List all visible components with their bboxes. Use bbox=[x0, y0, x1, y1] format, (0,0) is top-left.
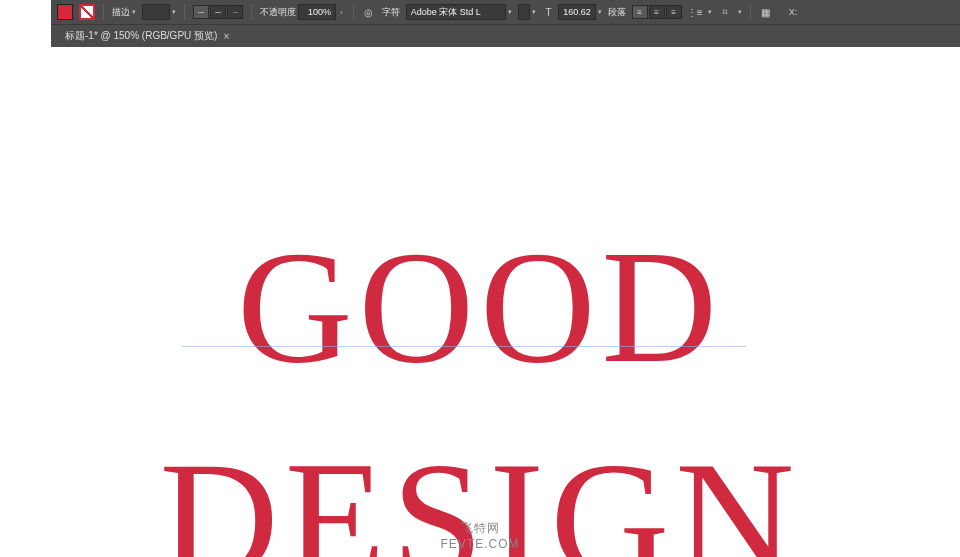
arrow-right-icon[interactable]: › bbox=[338, 8, 345, 17]
font-style-dropdown[interactable]: ▾ bbox=[518, 4, 536, 20]
bullets-icon[interactable]: ⋮≡ bbox=[688, 5, 702, 19]
watermark: 飞特网 FEVTE.COM bbox=[0, 520, 960, 551]
chevron-down-icon: ▾ bbox=[708, 8, 712, 16]
tab-row: 标题-1* @ 150% (RGB/GPU 预览) × bbox=[51, 25, 960, 47]
paragraph-control[interactable]: 段落 bbox=[608, 6, 626, 19]
effects-icon[interactable]: ◎ bbox=[362, 5, 376, 19]
artwork-text-line1[interactable]: GOOD bbox=[0, 227, 960, 387]
x-coord-label: X: bbox=[789, 7, 798, 17]
chevron-down-icon: ▾ bbox=[132, 8, 136, 16]
separator bbox=[353, 4, 354, 20]
align-group: ≡ ≡ ≡ bbox=[632, 5, 682, 19]
watermark-line2: FEVTE.COM bbox=[0, 537, 960, 551]
font-family-dropdown[interactable]: Adobe 宋体 Std L ▾ bbox=[406, 4, 512, 20]
thickness-dropdown[interactable]: ▾ bbox=[142, 4, 176, 20]
chevron-down-icon: ▾ bbox=[598, 8, 602, 16]
font-size-value[interactable]: 160.62 bbox=[558, 4, 596, 20]
brush-label: 描边 bbox=[112, 6, 130, 19]
align-left-icon[interactable]: ≡ bbox=[632, 5, 648, 19]
document-tab-label: 标题-1* @ 150% (RGB/GPU 预览) bbox=[65, 29, 217, 43]
align-right-icon[interactable]: ≡ bbox=[666, 5, 682, 19]
stroke-variable-icon[interactable]: ─ bbox=[210, 5, 226, 19]
stroke-uniform-icon[interactable]: ─ bbox=[193, 5, 209, 19]
character-label: 字符 bbox=[382, 6, 400, 19]
separator bbox=[103, 4, 104, 20]
font-family-field[interactable]: Adobe 宋体 Std L bbox=[406, 4, 506, 20]
transform-icon[interactable]: ⌗ bbox=[718, 5, 732, 19]
stroke-swatch[interactable] bbox=[79, 4, 95, 20]
chevron-down-icon: ▾ bbox=[172, 8, 176, 16]
font-size-icon: T bbox=[542, 5, 556, 19]
options-bar: 描边 ▾ ▾ ─ ─ ┄ 不透明度 100% › ◎ 字符 Adobe 宋体 S… bbox=[51, 0, 960, 47]
grid-icon[interactable]: ▦ bbox=[759, 5, 773, 19]
font-style-field[interactable] bbox=[518, 4, 530, 20]
separator bbox=[184, 4, 185, 20]
watermark-line1: 飞特网 bbox=[0, 520, 960, 537]
opacity-label: 不透明度 bbox=[260, 6, 296, 19]
canvas-area[interactable]: GOOD DESIGN 飞特网 FEVTE.COM bbox=[0, 47, 960, 557]
stroke-type-group: ─ ─ ┄ bbox=[193, 5, 243, 19]
brush-dropdown[interactable]: 描边 ▾ bbox=[112, 6, 136, 19]
separator bbox=[750, 4, 751, 20]
fill-swatch[interactable] bbox=[57, 4, 73, 20]
stroke-dashes-icon[interactable]: ┄ bbox=[227, 5, 243, 19]
options-row: 描边 ▾ ▾ ─ ─ ┄ 不透明度 100% › ◎ 字符 Adobe 宋体 S… bbox=[51, 0, 960, 25]
chevron-down-icon: ▾ bbox=[738, 8, 742, 16]
separator bbox=[251, 4, 252, 20]
paragraph-label: 段落 bbox=[608, 6, 626, 19]
chevron-down-icon: ▾ bbox=[532, 8, 536, 16]
document-tab[interactable]: 标题-1* @ 150% (RGB/GPU 预览) × bbox=[59, 27, 237, 45]
font-size-control[interactable]: T 160.62 ▾ bbox=[542, 4, 602, 20]
align-center-icon[interactable]: ≡ bbox=[649, 5, 665, 19]
chevron-down-icon: ▾ bbox=[508, 8, 512, 16]
opacity-value[interactable]: 100% bbox=[298, 4, 336, 20]
baseline-guide bbox=[182, 346, 746, 347]
thickness-field[interactable] bbox=[142, 4, 170, 20]
window-edge bbox=[0, 0, 51, 47]
opacity-control[interactable]: 不透明度 100% › bbox=[260, 4, 345, 20]
close-icon[interactable]: × bbox=[223, 31, 229, 42]
character-control[interactable]: 字符 bbox=[382, 6, 400, 19]
